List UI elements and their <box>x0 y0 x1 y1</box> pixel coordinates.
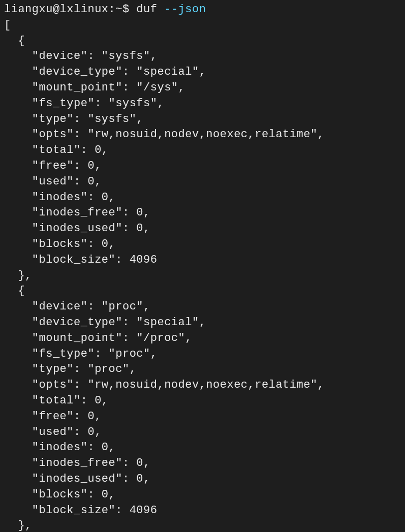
json-line: "total": 0, <box>4 394 109 407</box>
terminal-output[interactable]: liangxu@lxlinux:~$ duf --json [ { "devic… <box>4 2 401 532</box>
json-line: "mount_point": "/proc", <box>4 332 192 345</box>
prompt-symbol: $ <box>122 3 130 16</box>
json-line: "fs_type": "sysfs", <box>4 97 164 110</box>
prompt-space <box>130 3 137 16</box>
json-line: "opts": "rw,nosuid,nodev,noexec,relatime… <box>4 128 324 141</box>
json-line: "free": 0, <box>4 160 102 172</box>
json-line: "used": 0, <box>4 426 102 439</box>
json-line: "type": "proc", <box>4 363 136 375</box>
json-line: "inodes_used": 0, <box>4 473 150 485</box>
json-line: "device_type": "special", <box>4 66 206 78</box>
command-flag: --json <box>164 3 206 16</box>
json-line: "block_size": 4096 <box>4 254 157 266</box>
json-entry-close: }, <box>4 269 32 282</box>
json-line: "inodes": 0, <box>4 441 115 454</box>
json-line: "device_type": "special", <box>4 316 206 329</box>
prompt-user-host: liangxu@lxlinux <box>4 3 109 16</box>
json-line: "blocks": 0, <box>4 488 115 501</box>
json-line: "block_size": 4096 <box>4 504 157 517</box>
json-line: "inodes_free": 0, <box>4 457 150 470</box>
json-open-bracket: [ <box>4 19 11 32</box>
json-line: "type": "sysfs", <box>4 113 143 126</box>
json-line: "inodes_used": 0, <box>4 222 150 235</box>
json-line: "total": 0, <box>4 144 109 157</box>
json-line: "device": "proc", <box>4 300 150 313</box>
command-text: duf <box>136 3 157 16</box>
json-line: "inodes": 0, <box>4 191 115 204</box>
json-line: "mount_point": "/sys", <box>4 81 185 94</box>
json-line: "used": 0, <box>4 175 102 188</box>
prompt-colon: : <box>109 3 116 16</box>
json-line: "blocks": 0, <box>4 238 115 251</box>
json-line: "fs_type": "proc", <box>4 348 157 360</box>
json-entry-close: }, <box>4 519 32 532</box>
prompt-path: ~ <box>115 3 122 16</box>
json-entry-open: { <box>4 285 25 297</box>
command-space <box>157 3 164 16</box>
json-line: "device": "sysfs", <box>4 50 157 62</box>
json-line: "inodes_free": 0, <box>4 206 150 219</box>
json-entry-open: { <box>4 35 25 47</box>
json-line: "free": 0, <box>4 410 102 423</box>
json-line: "opts": "rw,nosuid,nodev,noexec,relatime… <box>4 379 324 391</box>
